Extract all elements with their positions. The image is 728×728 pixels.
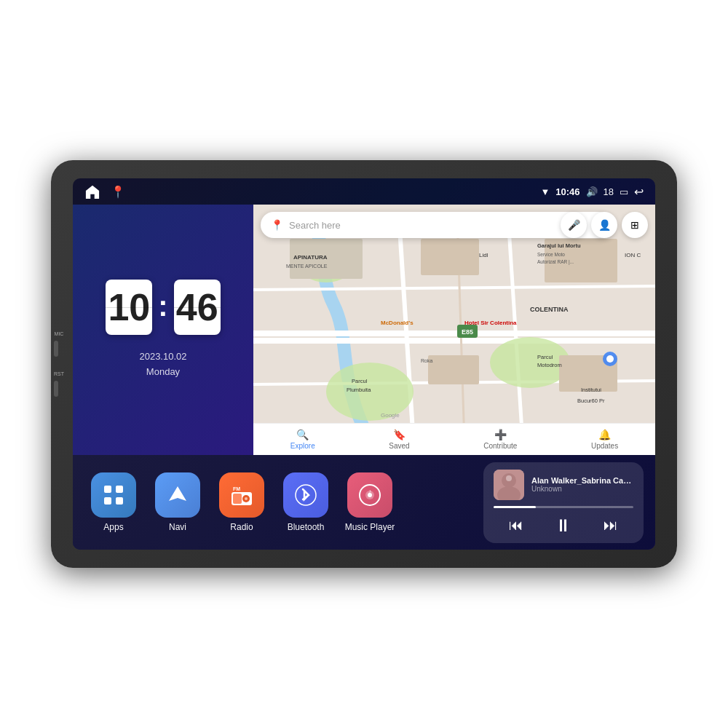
svg-text:MENTE APICOLE: MENTE APICOLE [286,264,328,269]
map-pin-icon: 📍 [271,219,283,231]
bluetooth-icon [283,472,328,518]
svg-text:Garajul lui Mortu: Garajul lui Mortu [537,242,581,249]
svg-point-36 [606,355,614,363]
dock-item-radio[interactable]: FM Radio [213,472,271,532]
radio-label: Radio [230,522,253,532]
clock-hour: 10 [106,280,152,335]
map-search-placeholder: Search here [289,220,341,231]
svg-point-48 [296,485,316,505]
back-icon[interactable]: ↩ [634,185,644,199]
svg-text:Service Moto: Service Moto [537,252,565,257]
rst-button[interactable] [54,381,58,397]
svg-rect-13 [428,355,479,384]
music-player-widget: Alan Walker_Sabrina Carpenter_F... Unkno… [483,462,644,543]
voice-search-btn[interactable]: 🎤 [561,212,587,238]
svg-text:E85: E85 [462,328,473,336]
music-info: Alan Walker_Sabrina Carpenter_F... Unkno… [494,470,633,500]
music-progress-fill [494,506,536,508]
mic-button[interactable] [54,341,58,357]
clock-panel: 10 : 46 2023.10.02 Monday [73,205,253,455]
music-player-label: Music Player [345,522,395,532]
rst-label: RST [54,371,64,376]
layers-btn[interactable]: ⊞ [622,212,648,238]
svg-text:Hotel Sir Colentina: Hotel Sir Colentina [464,320,517,326]
dock-item-apps[interactable]: Apps [84,472,143,532]
window-icon: ▭ [620,186,628,197]
svg-text:Parcul: Parcul [537,354,553,360]
svg-text:Lidl: Lidl [479,252,488,258]
svg-rect-38 [104,486,111,493]
volume-level: 18 [604,186,614,197]
svg-text:Google: Google [381,412,400,419]
date-value: 2023.10.02 [139,349,186,365]
music-next-btn[interactable]: ⏭ [604,517,618,534]
status-time: 10:46 [555,186,579,197]
svg-text:McDonald's: McDonald's [381,320,414,326]
svg-text:Motodrom: Motodrom [537,362,562,368]
svg-text:Roka: Roka [421,358,432,363]
music-artist: Unknown [531,485,633,493]
saved-icon: 🔖 [393,429,405,440]
svg-text:Parcul: Parcul [352,378,368,384]
account-btn[interactable]: 👤 [591,212,617,238]
dock-apps: Apps Navi [84,472,476,532]
side-buttons: MIC RST [54,331,64,397]
bluetooth-label: Bluetooth [288,522,325,532]
svg-point-56 [506,475,512,481]
flip-clock: 10 : 46 [106,280,220,335]
svg-marker-42 [169,486,186,501]
music-thumbnail [494,470,524,500]
svg-text:FM: FM [233,486,240,491]
main-screen: 📍 ▼ 10:46 🔊 18 ▭ ↩ 10 : 46 [73,178,655,550]
svg-text:Plumbuita: Plumbuita [347,387,371,393]
status-left: 📍 [84,184,125,199]
music-controls: ⏮ ⏸ ⏭ [494,515,633,536]
svg-text:APINATURA: APINATURA [293,254,328,261]
tab-updates-label: Updates [591,442,618,450]
navi-label: Navi [169,522,186,532]
status-bar: 📍 ▼ 10:46 🔊 18 ▭ ↩ [73,178,655,205]
svg-rect-39 [116,486,123,493]
navi-icon [155,472,200,518]
svg-text:Autorizat RAR |...: Autorizat RAR |... [537,259,574,265]
map-panel[interactable]: E85 APINATURA MENTE APICOLE Lidl Garajul… [253,205,655,455]
svg-rect-40 [104,497,111,505]
dock-item-navi[interactable]: Navi [149,472,207,532]
contribute-icon: ➕ [494,429,507,440]
map-action-buttons: 🎤 👤 ⊞ [561,212,648,238]
svg-text:ION C: ION C [625,252,641,258]
svg-text:Bucur60 Pr: Bucur60 Pr [577,397,605,404]
apps-label: Apps [103,522,123,532]
map-svg: E85 APINATURA MENTE APICOLE Lidl Garajul… [253,205,655,455]
music-title: Alan Walker_Sabrina Carpenter_F... [531,476,633,485]
dock-item-bluetooth[interactable]: Bluetooth [277,472,335,532]
clock-minute: 46 [174,280,221,335]
dock-item-music[interactable]: ♪ Music Player [341,472,399,532]
music-prev-btn[interactable]: ⏮ [509,517,523,534]
svg-text:♪: ♪ [368,488,372,495]
status-right: ▼ 10:46 🔊 18 ▭ ↩ [540,185,644,199]
music-play-btn[interactable]: ⏸ [555,515,572,536]
top-section: 10 : 46 2023.10.02 Monday [73,205,655,455]
map-tabs: 🔍 Explore 🔖 Saved ➕ Contribute 🔔 [253,423,655,455]
svg-rect-41 [116,497,123,505]
apps-icon [91,472,136,518]
music-progress-bar[interactable] [494,506,633,508]
tab-updates[interactable]: 🔔 Updates [582,426,627,453]
car-unit: MIC RST 📍 ▼ 10:46 🔊 18 ▭ ↩ [51,160,677,568]
music-meta: Alan Walker_Sabrina Carpenter_F... Unkno… [531,476,633,493]
svg-point-46 [245,497,248,500]
wifi-icon: ▼ [540,186,550,197]
mic-label: MIC [54,331,64,336]
svg-rect-44 [233,494,242,504]
tab-contribute[interactable]: ➕ Contribute [475,426,526,453]
volume-icon: 🔊 [586,186,598,197]
home-icon[interactable] [84,184,102,199]
radio-icon: FM [219,472,264,518]
maps-icon[interactable]: 📍 [111,185,125,199]
bottom-dock: Apps Navi [73,455,655,550]
map-search-bar[interactable]: 📍 Search here [261,212,612,238]
tab-saved[interactable]: 🔖 Saved [380,426,418,453]
main-content: 10 : 46 2023.10.02 Monday [73,205,655,550]
tab-explore[interactable]: 🔍 Explore [282,426,324,453]
